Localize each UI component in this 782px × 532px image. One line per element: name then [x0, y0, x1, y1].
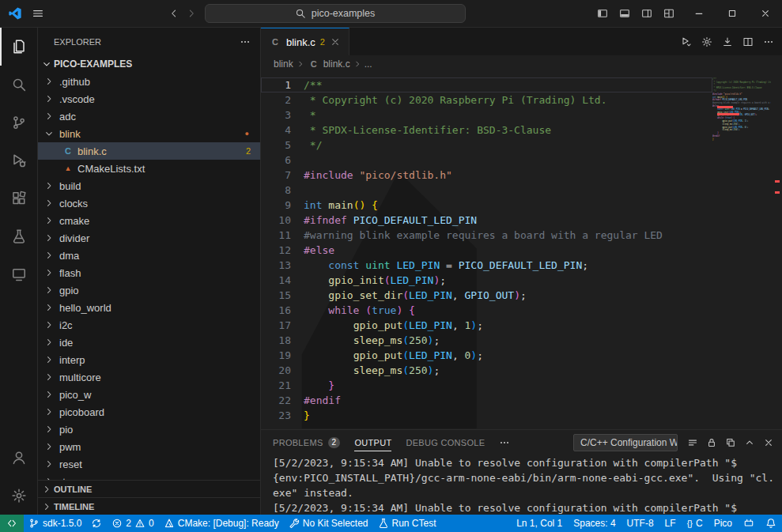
tree-item-vscode[interactable]: .vscode	[38, 90, 260, 108]
panel-more-icon[interactable]	[499, 437, 510, 448]
status-ctest[interactable]: Run CTest	[373, 515, 441, 532]
section-timeline[interactable]: TIMELINE	[38, 497, 260, 515]
line-number[interactable]: 2	[261, 92, 291, 108]
layout-sidebar-icon[interactable]	[597, 8, 608, 19]
activity-item-run-debug[interactable]	[0, 141, 37, 179]
tree-item-clocks[interactable]: clocks	[38, 194, 260, 212]
line-number[interactable]: 8	[261, 183, 291, 198]
panel-tab-problems[interactable]: PROBLEMS2	[273, 430, 340, 455]
tree-item-pwm[interactable]: pwm	[38, 438, 260, 455]
line-number[interactable]: 17	[261, 318, 291, 333]
maximize-icon[interactable]	[716, 0, 749, 28]
output-channel-select[interactable]: C/C++ Configuration W	[573, 434, 678, 451]
breadcrumb-item-blink-c[interactable]: Cblink.c	[308, 58, 350, 70]
code-line-5[interactable]: 5 */	[261, 138, 712, 153]
code-line-21[interactable]: 21 }	[261, 378, 712, 393]
tree-item-multicore[interactable]: multicore	[38, 368, 260, 386]
forward-icon[interactable]	[186, 8, 197, 19]
lines-icon[interactable]	[687, 437, 698, 448]
close-tab-icon[interactable]	[330, 36, 341, 47]
menu-icon[interactable]	[32, 7, 44, 20]
explorer-actions-icon[interactable]	[240, 36, 251, 47]
activity-item-account[interactable]	[0, 439, 37, 477]
tree-item-reset[interactable]: reset	[38, 455, 260, 473]
activity-item-source-control[interactable]	[0, 104, 37, 141]
output-log[interactable]: [5/2/2023, 9:15:34 AM] Unable to resolve…	[261, 455, 782, 515]
code-line-3[interactable]: 3 *	[261, 108, 712, 123]
activity-item-remote-explorer[interactable]	[0, 255, 37, 293]
status-problems[interactable]: 20	[107, 515, 158, 532]
code-line-8[interactable]: 8	[261, 183, 712, 198]
code-line-1[interactable]: 1/**	[261, 77, 712, 92]
tab-blink-c[interactable]: Cblink.c2	[261, 28, 349, 55]
tree-item-picoboard[interactable]: picoboard	[38, 403, 260, 421]
code-line-16[interactable]: 16 while (true) {	[261, 303, 712, 318]
line-number[interactable]: 14	[261, 273, 291, 288]
line-number[interactable]: 20	[261, 363, 291, 378]
overview-ruler[interactable]	[771, 73, 782, 429]
tree-item-cmake[interactable]: cmake	[38, 212, 260, 229]
line-number[interactable]: 15	[261, 288, 291, 303]
code-line-7[interactable]: 7#include "pico/stdlib.h"	[261, 168, 712, 183]
status-notifications[interactable]	[760, 515, 782, 532]
status-git-branch[interactable]: sdk-1.5.0	[24, 515, 86, 532]
tree-item-i2c[interactable]: i2c	[38, 316, 260, 334]
line-number[interactable]: 18	[261, 333, 291, 348]
tree-item-gpio[interactable]: gpio	[38, 281, 260, 299]
line-number[interactable]: 4	[261, 123, 291, 138]
copy-icon[interactable]	[725, 437, 736, 448]
tree-item-dma[interactable]: dma	[38, 247, 260, 264]
tree-item-build[interactable]: build	[38, 177, 260, 194]
line-number[interactable]: 5	[261, 138, 291, 153]
tree-item-github[interactable]: .github	[38, 73, 260, 90]
code-line-19[interactable]: 19 gpio_put(LED_PIN, 0);	[261, 348, 712, 363]
activity-item-settings-gear[interactable]	[0, 477, 37, 515]
status-board[interactable]	[738, 515, 760, 532]
code-line-6[interactable]: 6	[261, 153, 712, 168]
tree-item-interp[interactable]: interp	[38, 351, 260, 368]
line-number[interactable]: 11	[261, 228, 291, 243]
code-line-22[interactable]: 22#endif	[261, 393, 712, 408]
tree-item-hello-world[interactable]: hello_world	[38, 299, 260, 316]
line-number[interactable]: 13	[261, 258, 291, 273]
back-icon[interactable]	[168, 8, 179, 19]
activity-item-extensions[interactable]	[0, 179, 37, 217]
code-line-14[interactable]: 14 gpio_init(LED_PIN);	[261, 273, 712, 288]
code-line-10[interactable]: 10#ifndef PICO_DEFAULT_LED_PIN	[261, 213, 712, 228]
breadcrumb-item-blink[interactable]: blink	[274, 58, 293, 70]
tree-item-pico-w[interactable]: pico_w	[38, 386, 260, 403]
layout-sidebar-right-icon[interactable]	[641, 8, 652, 19]
line-number[interactable]: 1	[261, 77, 291, 92]
code-line-12[interactable]: 12#else	[261, 243, 712, 258]
line-number[interactable]: 12	[261, 243, 291, 258]
status-kit[interactable]: No Kit Selected	[284, 515, 373, 532]
code-line-2[interactable]: 2 * Copyright (c) 2020 Raspberry Pi (Tra…	[261, 92, 712, 108]
maximize-panel-icon[interactable]	[744, 437, 755, 448]
code-line-15[interactable]: 15 gpio_set_dir(LED_PIN, GPIO_OUT);	[261, 288, 712, 303]
code-line-20[interactable]: 20 sleep_ms(250);	[261, 363, 712, 378]
section-outline[interactable]: OUTLINE	[38, 480, 260, 497]
line-number[interactable]: 9	[261, 198, 291, 213]
activity-item-explorer[interactable]	[0, 28, 37, 66]
activity-item-testing[interactable]	[0, 217, 37, 255]
line-number[interactable]: 7	[261, 168, 291, 183]
code-line-23[interactable]: 23}	[261, 408, 712, 423]
status-sync[interactable]	[86, 515, 107, 532]
code-line-13[interactable]: 13 const uint LED_PIN = PICO_DEFAULT_LED…	[261, 258, 712, 273]
minimap[interactable]: /** * Copyright (c) 2020 Raspberry Pi (T…	[712, 77, 771, 429]
line-number[interactable]: 22	[261, 393, 291, 408]
activity-item-search[interactable]	[0, 66, 37, 104]
close-window-icon[interactable]	[749, 0, 782, 28]
panel-tab-output[interactable]: OUTPUT	[354, 430, 391, 455]
line-number[interactable]: 6	[261, 153, 291, 168]
status-remote[interactable]	[0, 515, 24, 532]
tree-item-cmakelists-txt[interactable]: ▲CMakeLists.txt	[38, 160, 260, 177]
code-line-9[interactable]: 9int main() {	[261, 198, 712, 213]
tree-item-flash[interactable]: flash	[38, 264, 260, 281]
status-cmake[interactable]: CMake: [Debug]: Ready	[159, 515, 284, 532]
line-number[interactable]: 21	[261, 378, 291, 393]
tree-root-pico-examples[interactable]: PICO-EXAMPLES	[38, 55, 260, 73]
status-eol[interactable]: LF	[659, 515, 682, 532]
panel-tab-debug-console[interactable]: DEBUG CONSOLE	[406, 430, 485, 455]
download-icon[interactable]	[722, 36, 733, 47]
